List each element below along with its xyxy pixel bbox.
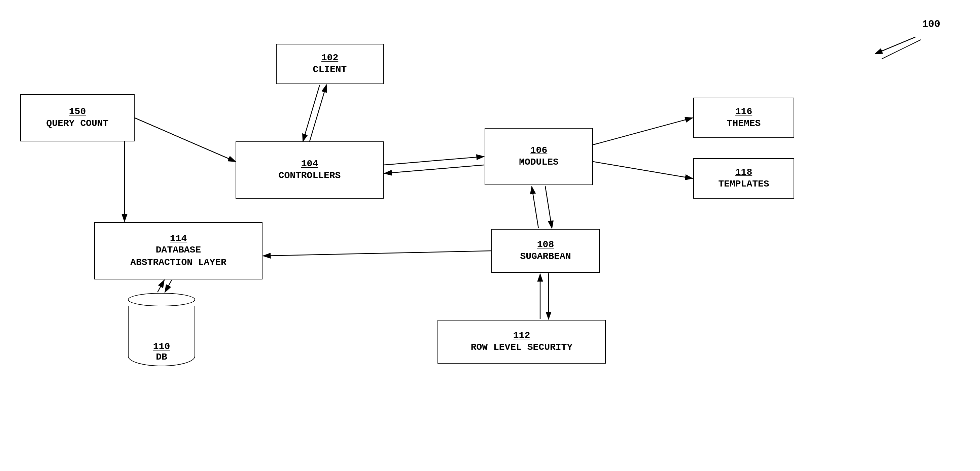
node-106: 106 MODULES	[485, 128, 593, 185]
cylinder-body: 110 DB	[128, 306, 195, 366]
svg-line-6	[384, 165, 484, 173]
node-106-number: 106	[530, 145, 547, 156]
node-116: 116 THEMES	[693, 98, 794, 138]
node-114-number: 114	[170, 233, 187, 244]
svg-line-15	[158, 280, 164, 292]
node-116-label: THEMES	[727, 118, 761, 130]
node-112-label: ROW LEVEL SECURITY	[471, 341, 573, 353]
node-108: 108 SUGARBEAN	[492, 229, 600, 273]
node-108-number: 108	[537, 239, 554, 250]
node-118-number: 118	[735, 167, 752, 178]
svg-line-5	[383, 156, 484, 165]
node-112: 112 ROW LEVEL SECURITY	[438, 320, 606, 364]
node-104-label: CONTROLLERS	[278, 170, 341, 182]
node-102-label: CLIENT	[313, 64, 347, 76]
node-118-label: TEMPLATES	[718, 178, 769, 190]
node-150-label: QUERY COUNT	[46, 118, 109, 130]
svg-line-16	[135, 118, 235, 162]
diagram: 100 102 CLIENT 104 CONTROLLERS 106 MODUL…	[0, 0, 980, 471]
cylinder-top	[128, 293, 195, 306]
node-150: 150 QUERY COUNT	[20, 94, 135, 142]
svg-line-3	[310, 85, 326, 142]
node-110-label: DB	[129, 352, 194, 362]
node-102: 102 CLIENT	[276, 44, 383, 84]
node-102-number: 102	[321, 52, 338, 64]
node-112-number: 112	[513, 330, 530, 341]
node-104: 104 CONTROLLERS	[235, 142, 383, 199]
ref-100: 100	[922, 19, 940, 30]
svg-line-7	[593, 118, 693, 145]
svg-line-4	[303, 85, 320, 142]
node-106-label: MODULES	[519, 156, 558, 168]
svg-line-10	[532, 186, 538, 228]
node-114: 114 DATABASE ABSTRACTION LAYER	[94, 222, 262, 279]
node-114-label: DATABASE ABSTRACTION LAYER	[130, 244, 226, 269]
svg-line-8	[593, 162, 693, 178]
svg-line-0	[875, 37, 915, 54]
svg-line-13	[263, 251, 491, 256]
node-150-number: 150	[69, 106, 86, 118]
node-108-label: SUGARBEAN	[520, 250, 571, 263]
node-110: 110 DB	[128, 293, 195, 366]
svg-line-9	[545, 186, 552, 228]
svg-line-18	[882, 40, 921, 59]
cylinder-label: 110 DB	[129, 341, 194, 362]
svg-line-14	[165, 280, 172, 292]
node-118: 118 TEMPLATES	[693, 158, 794, 199]
node-104-number: 104	[301, 158, 318, 170]
node-116-number: 116	[735, 106, 752, 118]
node-110-number: 110	[129, 341, 194, 352]
